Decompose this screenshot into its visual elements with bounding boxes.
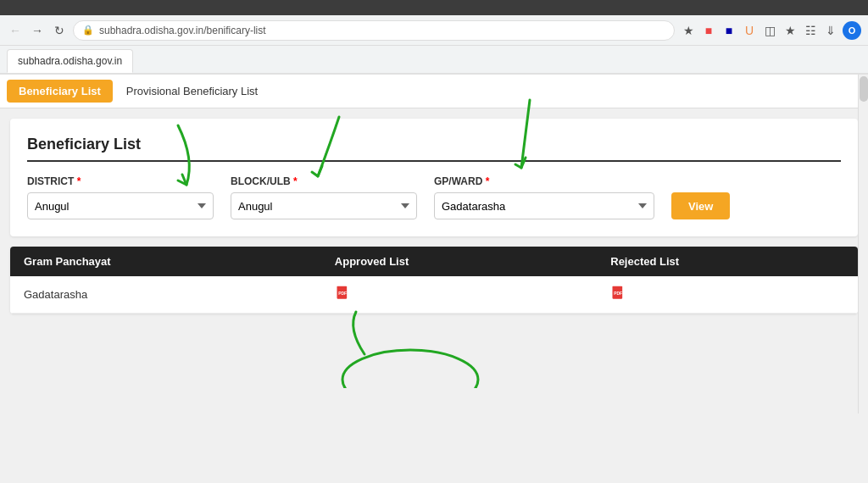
scrollbar-thumb[interactable] bbox=[860, 76, 868, 102]
table-row: Gadatarasha PDF bbox=[10, 276, 858, 314]
col-approved-list: Approved List bbox=[321, 247, 597, 276]
profile-avatar[interactable]: O bbox=[843, 21, 861, 40]
card-title: Beneficiary List bbox=[27, 136, 841, 162]
page-nav: Beneficiary List Provisional Beneficiary… bbox=[0, 75, 868, 108]
district-label: DISTRICT * bbox=[27, 175, 214, 187]
svg-text:PDF: PDF bbox=[614, 291, 622, 296]
url-text: subhadra.odisha.gov.in/benificary-list bbox=[99, 25, 266, 36]
view-button[interactable]: View bbox=[671, 192, 730, 219]
favorites-icon[interactable]: ★ bbox=[782, 22, 798, 39]
nav-provisional-beneficiary-list[interactable]: Provisional Beneficiary List bbox=[114, 80, 270, 103]
svg-text:PDF: PDF bbox=[338, 291, 347, 296]
district-select[interactable]: Anugul bbox=[27, 192, 214, 219]
browser-top-bar bbox=[0, 0, 868, 15]
filter-row: DISTRICT * Anugul BLOCK/ULB * Anugul bbox=[27, 175, 841, 219]
extensions-icon[interactable]: ◫ bbox=[761, 22, 778, 39]
gp-ward-select[interactable]: Gadatarasha bbox=[434, 192, 654, 219]
forward-button[interactable]: → bbox=[29, 22, 46, 39]
table-header-row: Gram Panchayat Approved List Rejected Li… bbox=[10, 247, 858, 276]
reload-button[interactable]: ↻ bbox=[51, 22, 68, 39]
back-button[interactable]: ← bbox=[7, 22, 24, 39]
scrollbar-track[interactable] bbox=[858, 75, 868, 414]
security-icon: 🔒 bbox=[82, 25, 94, 36]
rejected-pdf-link[interactable]: PDF bbox=[610, 285, 627, 302]
tab-bar: subhadra.odisha.gov.in bbox=[0, 46, 868, 75]
cell-rejected-list: PDF bbox=[597, 276, 858, 314]
filter-card: Beneficiary List DISTRICT * Anugul BLOCK… bbox=[10, 119, 858, 236]
browser-icon-3[interactable]: U bbox=[741, 22, 758, 39]
browser-toolbar: ← → ↻ 🔒 subhadra.odisha.gov.in/benificar… bbox=[0, 15, 868, 46]
browser-icon-2[interactable]: ■ bbox=[721, 22, 737, 39]
cell-gram-panchayat: Gadatarasha bbox=[10, 276, 321, 314]
cell-approved-list: PDF bbox=[321, 276, 597, 314]
block-required: * bbox=[293, 175, 298, 187]
toolbar-actions: ★ ■ ■ U ◫ ★ ☷ ⇓ O bbox=[680, 21, 861, 40]
block-ulb-label: BLOCK/ULB * bbox=[231, 175, 417, 187]
bookmark-icon[interactable]: ★ bbox=[680, 22, 697, 39]
gp-ward-filter-group: GP/WARD * Gadatarasha bbox=[434, 175, 654, 219]
results-table-container: Gram Panchayat Approved List Rejected Li… bbox=[10, 247, 858, 314]
district-required: * bbox=[77, 175, 81, 187]
approved-pdf-link[interactable]: PDF bbox=[335, 285, 352, 302]
browser-icon-1[interactable]: ■ bbox=[700, 22, 717, 39]
results-table: Gram Panchayat Approved List Rejected Li… bbox=[10, 247, 858, 314]
block-ulb-select[interactable]: Anugul bbox=[231, 192, 417, 219]
approved-pdf-icon: PDF bbox=[335, 285, 352, 302]
rejected-pdf-icon: PDF bbox=[610, 285, 627, 302]
gp-ward-required: * bbox=[486, 175, 490, 187]
district-filter-group: DISTRICT * Anugul bbox=[27, 175, 214, 219]
gp-ward-label: GP/WARD * bbox=[434, 175, 654, 187]
tab-label: subhadra.odisha.gov.in bbox=[18, 55, 122, 67]
collections-icon[interactable]: ☷ bbox=[802, 22, 819, 39]
address-bar[interactable]: 🔒 subhadra.odisha.gov.in/benificary-list bbox=[73, 20, 675, 41]
block-ulb-filter-group: BLOCK/ULB * Anugul bbox=[231, 175, 417, 219]
download-icon[interactable]: ⇓ bbox=[822, 22, 839, 39]
main-content: Beneficiary List DISTRICT * Anugul BLOCK… bbox=[0, 108, 868, 483]
col-rejected-list: Rejected List bbox=[597, 247, 858, 276]
nav-beneficiary-list[interactable]: Beneficiary List bbox=[7, 80, 113, 103]
browser-tab-active[interactable]: subhadra.odisha.gov.in bbox=[7, 49, 133, 73]
col-gram-panchayat: Gram Panchayat bbox=[10, 247, 321, 276]
